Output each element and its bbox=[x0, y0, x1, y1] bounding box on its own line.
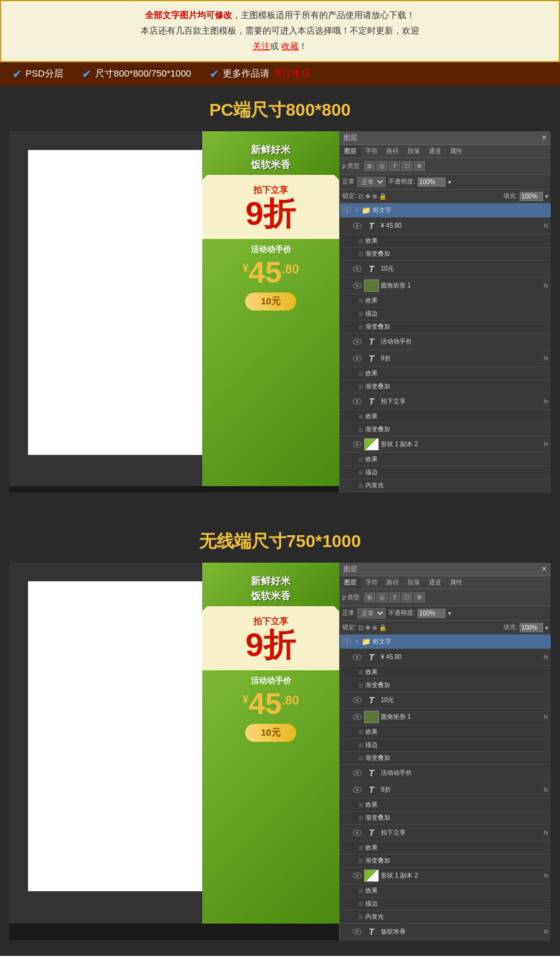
pc-layer-effect-rect[interactable]: ◎ 效果 bbox=[340, 294, 551, 307]
wireless-ps-icon-5[interactable]: ⚙ bbox=[414, 592, 425, 602]
wireless-ps-tab-channels[interactable]: 通道 bbox=[424, 576, 446, 589]
feature-follow-link[interactable]: 关注本店 bbox=[273, 68, 310, 80]
pc-layer-9zhe[interactable]: T 9折 fx bbox=[340, 350, 551, 367]
pc-layer-eye-9zhe[interactable] bbox=[352, 354, 362, 363]
pc-layer-activity[interactable]: T 活动动手价 bbox=[340, 334, 551, 350]
pc-ps-icon-4[interactable]: ☐ bbox=[401, 161, 413, 171]
pc-layer-gradient-9zhe[interactable]: ◎ 渐变叠加 bbox=[340, 380, 551, 393]
pc-layer-price[interactable]: T ¥ 45.80 fx bbox=[340, 218, 551, 235]
pc-ps-icon-5[interactable]: ⚙ bbox=[414, 161, 425, 171]
pc-layer-eye-rect[interactable] bbox=[352, 281, 362, 291]
wireless-layer-eye-paijia[interactable] bbox=[352, 828, 362, 838]
wireless-layer-effect-rect[interactable]: ◎ 效果 bbox=[340, 726, 551, 739]
wireless-layer-eye-fanruan[interactable] bbox=[352, 927, 362, 937]
wireless-ps-close-icon[interactable]: ✕ bbox=[541, 565, 547, 573]
pc-layer-folder-frame[interactable]: ▼ 📁 框文字 bbox=[340, 204, 551, 218]
wireless-ps-normal-select[interactable]: 正常 bbox=[357, 608, 386, 619]
pc-layer-shape[interactable]: 形状 1 副本 2 fx bbox=[340, 436, 551, 453]
pc-ps-lock-icon4[interactable]: 🔒 bbox=[379, 193, 386, 200]
pc-ps-tab-channels[interactable]: 通道 bbox=[424, 145, 446, 157]
wireless-layer-eye-activity[interactable] bbox=[352, 768, 362, 778]
pc-ps-tab-layers[interactable]: 图层 bbox=[340, 145, 361, 157]
notice-follow-link[interactable]: 关注 bbox=[253, 41, 270, 51]
pc-ps-close-icon[interactable]: ✕ bbox=[541, 134, 547, 142]
pc-ps-tab-paths[interactable]: 路径 bbox=[382, 145, 403, 157]
wireless-layer-9zhe[interactable]: T 9折 fx bbox=[340, 782, 551, 798]
pc-ps-lock-icon2[interactable]: ✥ bbox=[365, 193, 370, 200]
wireless-ps-icon-2[interactable]: ◎ bbox=[376, 592, 388, 602]
wireless-ps-tab-chars[interactable]: 字符 bbox=[361, 576, 382, 589]
pc-layer-10yuan[interactable]: T 10元 bbox=[340, 261, 551, 278]
pc-ps-down-icon[interactable]: ▾ bbox=[448, 179, 451, 185]
pc-ps-fill-down-icon[interactable]: ▾ bbox=[545, 193, 548, 200]
pc-ps-icon-3[interactable]: T bbox=[389, 161, 400, 171]
wireless-ps-icon-3[interactable]: T bbox=[389, 592, 400, 602]
pc-ps-tab-paragraphs[interactable]: 段落 bbox=[403, 145, 424, 157]
pc-layer-eye-paijia[interactable] bbox=[352, 396, 362, 406]
pc-layer-gradient-price[interactable]: ◎ 渐变叠加 bbox=[340, 248, 551, 261]
wireless-ps-lock-icon3[interactable]: ⊕ bbox=[372, 624, 377, 631]
wireless-ps-lock-icon4[interactable]: 🔒 bbox=[379, 624, 386, 631]
pc-layer-eye-folder[interactable] bbox=[342, 205, 352, 215]
pc-ps-lock-icon1[interactable]: ⊡ bbox=[358, 193, 363, 200]
pc-layer-effect-price[interactable]: ◎ 效果 bbox=[340, 235, 551, 248]
pc-ps-tab-chars[interactable]: 字符 bbox=[361, 145, 382, 157]
wireless-layer-10yuan[interactable]: T 10元 bbox=[340, 692, 551, 709]
pc-ps-icon-1[interactable]: ⊞ bbox=[364, 161, 375, 171]
wireless-layer-gradient-price[interactable]: ◎ 渐变叠加 bbox=[340, 679, 551, 692]
wireless-layer-activity[interactable]: T 活动动手价 bbox=[340, 765, 551, 782]
pc-layer-gradient-rect[interactable]: ◎ 渐变叠加 bbox=[340, 321, 551, 334]
wireless-layer-eye-10yuan[interactable] bbox=[352, 695, 362, 705]
wireless-layer-inner-shape[interactable]: ◎ 内发光 bbox=[340, 911, 551, 924]
pc-ps-icon-2[interactable]: ◎ bbox=[376, 161, 388, 171]
wireless-layer-gradient-rect[interactable]: ◎ 渐变叠加 bbox=[340, 752, 551, 765]
pc-layer-eye-price[interactable] bbox=[352, 221, 362, 231]
wireless-layer-arrow-folder[interactable]: ▼ bbox=[354, 639, 360, 645]
wireless-layer-shape[interactable]: 形状 1 副本 2 fx bbox=[340, 868, 551, 884]
wireless-layer-effect-9zhe[interactable]: ◎ 效果 bbox=[340, 798, 551, 812]
pc-layer-effect-9zhe[interactable]: ◎ 效果 bbox=[340, 367, 551, 380]
wireless-ps-opacity-input[interactable] bbox=[418, 609, 446, 618]
pc-layer-eye-10yuan[interactable] bbox=[352, 264, 362, 274]
wireless-layer-paijia[interactable]: T 拍下立享 fx bbox=[340, 825, 551, 841]
wireless-ps-fill-down-icon[interactable]: ▾ bbox=[545, 624, 548, 631]
wireless-layer-folder-frame[interactable]: ▼ 📁 框文字 bbox=[340, 635, 551, 649]
pc-ps-normal-select[interactable]: 正常 bbox=[357, 177, 386, 187]
wireless-ps-down-icon[interactable]: ▾ bbox=[448, 610, 451, 617]
wireless-ps-tab-paths[interactable]: 路径 bbox=[382, 576, 403, 589]
wireless-layer-stroke-rect[interactable]: ◎ 描边 bbox=[340, 739, 551, 752]
pc-layer-eye-shape[interactable] bbox=[352, 439, 362, 449]
wireless-ps-icon-1[interactable]: ⊞ bbox=[364, 592, 375, 602]
pc-layer-rounded-rect[interactable]: 圆角矩形 1 fx bbox=[340, 278, 551, 294]
wireless-layer-effect-paijia[interactable]: ◎ 效果 bbox=[340, 841, 551, 855]
pc-layer-gradient-paijia[interactable]: ◎ 渐变叠加 bbox=[340, 423, 551, 436]
wireless-ps-icon-4[interactable]: ☐ bbox=[401, 592, 413, 602]
pc-layer-eye-activity[interactable] bbox=[352, 337, 362, 347]
pc-layer-stroke-rect[interactable]: ◎ 描边 bbox=[340, 307, 551, 321]
wireless-layer-price[interactable]: T ¥ 45.80 fx bbox=[340, 649, 551, 666]
pc-layer-inner-shape[interactable]: ◎ 内发光 bbox=[340, 479, 551, 492]
pc-layer-effect-shape[interactable]: ◎ 效果 bbox=[340, 453, 551, 466]
wireless-layer-gradient-9zhe[interactable]: ◎ 渐变叠加 bbox=[340, 812, 551, 825]
pc-layer-arrow-folder[interactable]: ▼ bbox=[354, 207, 360, 213]
wireless-layer-rounded-rect[interactable]: 圆角矩形 1 fx bbox=[340, 709, 551, 726]
wireless-ps-tab-layers[interactable]: 图层 bbox=[340, 576, 361, 589]
wireless-ps-tab-props[interactable]: 属性 bbox=[446, 576, 467, 589]
wireless-layer-eye-rect[interactable] bbox=[352, 712, 362, 722]
wireless-layer-stroke-shape[interactable]: ◎ 描边 bbox=[340, 897, 551, 911]
notice-collect-link[interactable]: 收藏 bbox=[281, 41, 299, 51]
wireless-layer-fanruan[interactable]: T 饭软米香 fx bbox=[340, 924, 551, 940]
pc-ps-tab-props[interactable]: 属性 bbox=[446, 145, 467, 157]
wireless-layer-eye-shape[interactable] bbox=[352, 871, 362, 881]
wireless-ps-tab-paragraphs[interactable]: 段落 bbox=[403, 576, 424, 589]
pc-ps-opacity-input[interactable] bbox=[418, 177, 446, 187]
wireless-layer-eye-folder[interactable] bbox=[342, 637, 352, 647]
wireless-layer-effect-shape[interactable]: ◎ 效果 bbox=[340, 884, 551, 897]
wireless-ps-lock-icon2[interactable]: ✥ bbox=[365, 624, 370, 631]
wireless-layer-effect-price[interactable]: ◎ 效果 bbox=[340, 666, 551, 679]
pc-layer-paijia[interactable]: T 拍下立享 fx bbox=[340, 393, 551, 410]
wireless-layer-eye-price[interactable] bbox=[352, 652, 362, 662]
pc-ps-lock-icon3[interactable]: ⊕ bbox=[372, 193, 377, 200]
wireless-layer-eye-9zhe[interactable] bbox=[352, 785, 362, 795]
wireless-ps-lock-icon1[interactable]: ⊡ bbox=[358, 624, 363, 631]
